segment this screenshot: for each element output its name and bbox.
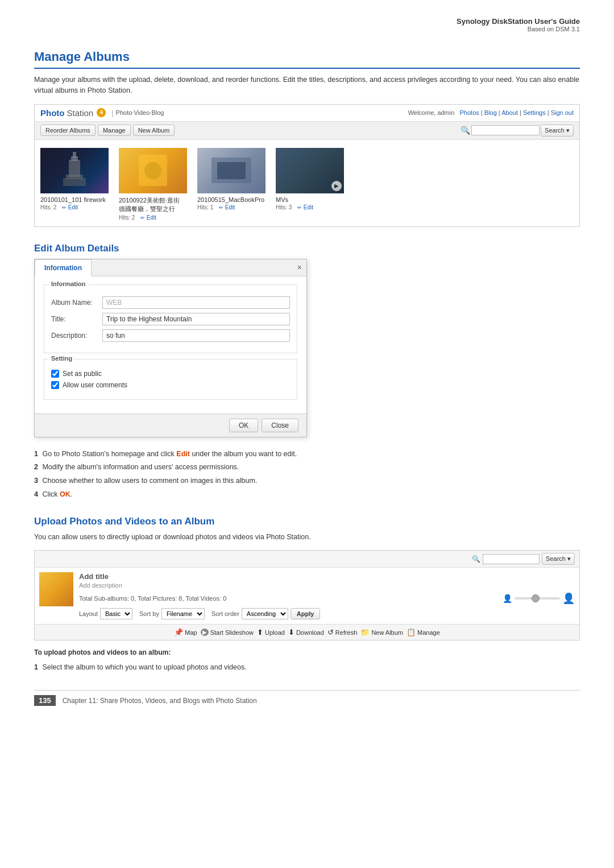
upload-icon: ⬆ <box>257 628 263 636</box>
step-1: 1 Go to Photo Station's homepage and cli… <box>34 449 580 460</box>
upload-instructions: To upload photos and videos to an album:… <box>34 648 580 673</box>
person-icon-left: 👤 <box>503 594 512 603</box>
set-public-checkbox[interactable] <box>51 370 59 378</box>
edit-album-section: Edit Album Details × Information Informa… <box>34 243 580 500</box>
album-name-3: 20100515_MacBookPro <box>197 196 264 203</box>
toolbar-left: Reorder Albums Manage New Album <box>40 125 175 136</box>
bottom-toolbar: 📌 Map ▶ Start Slideshow ⬆ Upload ⬇ Downl… <box>35 624 579 640</box>
edit-album-title: Edit Album Details <box>34 243 580 254</box>
nav-about[interactable]: About <box>501 109 518 116</box>
sort-order-select[interactable]: Ascending <box>242 608 288 619</box>
upload-app-box: 🔍 Search ▾ Add title Add description Tot… <box>34 550 580 640</box>
album-name-label: Album Name: <box>51 299 102 307</box>
layout-select[interactable]: Basic <box>100 608 132 619</box>
close-button[interactable]: Close <box>262 419 298 432</box>
search-button[interactable]: Search ▾ <box>541 125 574 137</box>
manage-button[interactable]: Manage <box>98 125 131 136</box>
upload-search-input[interactable] <box>483 554 540 564</box>
album-name-input[interactable] <box>102 296 290 309</box>
album-name-1: 20100101_101 firework <box>40 196 106 203</box>
title-input[interactable] <box>102 313 290 325</box>
refresh-icon: ↺ <box>327 628 334 636</box>
toolbar-right: 🔍 Search ▾ <box>460 125 574 137</box>
logo-station: Station <box>67 108 94 118</box>
app-topbar: Photo Station 4 | Photo·Video·Blog Welco… <box>35 105 579 122</box>
svg-rect-4 <box>63 178 86 186</box>
upload-album-thumb <box>39 572 73 606</box>
nav-photos[interactable]: Photos <box>460 109 479 116</box>
doc-header: Synology DiskStation User's Guide Based … <box>34 17 580 32</box>
map-button[interactable]: 📌 Map <box>174 628 197 636</box>
upload-steps-list: 1 Select the album to which you want to … <box>34 662 580 673</box>
refresh-button[interactable]: ↺ Refresh <box>327 628 358 636</box>
manage-bottom-button[interactable]: 📋 Manage <box>406 628 440 636</box>
reorder-albums-button[interactable]: Reorder Albums <box>40 125 96 136</box>
info-section: Information Album Name: Title: Descripti… <box>44 284 297 353</box>
stats-row: Total Sub-albums: 0, Total Pictures: 8, … <box>79 592 575 605</box>
album-edit-3[interactable]: Edit <box>219 204 235 210</box>
album-thumb-2 <box>119 148 187 193</box>
new-album-icon: 📁 <box>360 628 370 636</box>
upload-step-1: 1 Select the album to which you want to … <box>34 662 580 673</box>
step-2: 2 Modify the album's information and use… <box>34 462 580 473</box>
add-title: Add title <box>79 572 575 581</box>
allow-comments-row: Allow user comments <box>51 381 290 389</box>
new-album-button[interactable]: New Album <box>133 125 175 136</box>
person-slider: 👤 👤 <box>503 592 575 605</box>
new-album-bottom-button[interactable]: 📁 New Album <box>360 628 403 636</box>
app-welcome: Welcome, admin Photos | Blog | About | S… <box>408 109 574 116</box>
slideshow-button[interactable]: ▶ Start Slideshow <box>201 629 254 636</box>
set-public-label: Set as public <box>63 370 102 378</box>
download-icon: ⬇ <box>288 628 294 636</box>
logo-circle: 4 <box>97 108 106 117</box>
upload-section-desc: You can allow users to directly upload o… <box>34 532 580 543</box>
album-hits-4: Hits: 3 Edit <box>276 204 313 210</box>
album-name-row: Album Name: <box>51 296 290 309</box>
nav-signout[interactable]: Sign out <box>551 109 574 116</box>
allow-comments-label: Allow user comments <box>63 381 127 389</box>
allow-comments-checkbox[interactable] <box>51 381 59 389</box>
album-edit-1[interactable]: Edit <box>62 204 78 210</box>
upload-section-title: Upload Photos and Videos to an Album <box>34 516 580 527</box>
album-name-2: 20100922美術館·逛街德國餐廳，雙聖之行 <box>119 196 180 213</box>
nav-settings[interactable]: Settings <box>523 109 546 116</box>
ok-button[interactable]: OK <box>229 419 258 432</box>
album-grid: 20100101_101 firework Hits: 2 Edit <box>35 140 579 226</box>
album-item-4: ▶ MVs Hits: 3 Edit <box>276 148 344 221</box>
download-button[interactable]: ⬇ Download <box>288 628 324 636</box>
add-description: Add description <box>79 582 575 589</box>
album-item-1: 20100101_101 firework Hits: 2 Edit <box>40 148 109 221</box>
manage-icon: 📋 <box>406 628 416 636</box>
album-item-3: 20100515_MacBookPro Hits: 1 Edit <box>197 148 265 221</box>
desc-input[interactable] <box>102 329 290 342</box>
tab-information[interactable]: Information <box>35 259 92 276</box>
sort-by-label: Sort by <box>139 610 159 617</box>
album-edit-4[interactable]: Edit <box>297 204 313 210</box>
title-label: Title: <box>51 315 102 323</box>
logo-photo: Photo <box>40 108 65 118</box>
search-magnifier-icon: 🔍 <box>460 126 470 135</box>
upload-button[interactable]: ⬆ Upload <box>257 628 285 636</box>
dialog-body: Information Album Name: Title: Descripti… <box>35 276 306 414</box>
app-logo: Photo Station 4 | Photo·Video·Blog <box>40 108 164 118</box>
album-edit-2[interactable]: Edit <box>140 214 156 221</box>
sort-by-select[interactable]: Filename <box>161 608 205 619</box>
upload-search-button[interactable]: Search ▾ <box>542 553 575 565</box>
album-hits-1: Hits: 2 Edit <box>40 204 78 210</box>
apply-button[interactable]: Apply <box>291 608 321 619</box>
info-section-label: Information <box>49 280 88 287</box>
dialog-close-icon[interactable]: × <box>297 263 302 272</box>
map-icon: 📌 <box>174 628 183 636</box>
logo-nav: Photo·Video·Blog <box>116 109 164 116</box>
upload-info: Add title Add description Total Sub-albu… <box>79 572 575 619</box>
album-thumb-4: ▶ <box>276 148 344 193</box>
nav-blog[interactable]: Blog <box>484 109 497 116</box>
title-row: Title: <box>51 313 290 325</box>
album-name-4: MVs <box>276 196 288 203</box>
desc-row: Description: <box>51 329 290 342</box>
album-hits-2: Hits: 2 Edit <box>119 214 156 221</box>
slider-thumb[interactable] <box>532 594 540 602</box>
search-input[interactable] <box>471 125 540 135</box>
app-toolbar: Reorder Albums Manage New Album 🔍 Search… <box>35 122 579 140</box>
slider-track[interactable] <box>515 597 560 600</box>
